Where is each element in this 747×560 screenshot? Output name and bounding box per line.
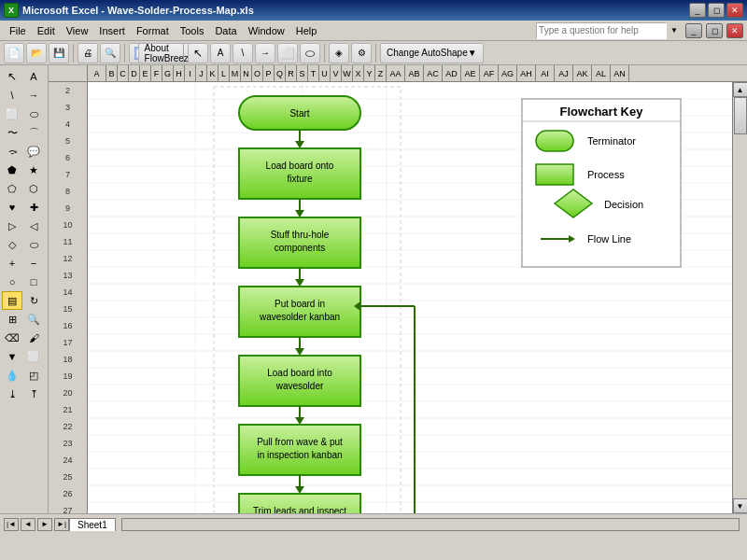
draw-line-tool[interactable]: \ <box>2 86 22 105</box>
draw-eyedrop-tool[interactable]: 💧 <box>2 366 22 385</box>
col-I[interactable]: I <box>185 65 196 81</box>
col-Z[interactable]: Z <box>375 65 387 81</box>
sheet-next-btn[interactable]: ► <box>37 518 52 531</box>
scroll-down-button[interactable]: ▼ <box>733 498 748 513</box>
col-E[interactable]: E <box>140 65 151 81</box>
draw-rotate-tool[interactable]: ↻ <box>23 291 44 310</box>
draw-minus-tool[interactable]: − <box>23 254 44 273</box>
arrow-tool[interactable]: → <box>255 43 275 63</box>
draw-square-tool[interactable]: □ <box>23 273 44 291</box>
cursor-tool[interactable]: ↖ <box>188 43 208 63</box>
draw-plus-tool[interactable]: + <box>2 254 22 273</box>
change-autoshape-arrow[interactable]: ▼ <box>468 48 477 58</box>
sheet-last-btn[interactable]: ►| <box>54 518 69 531</box>
toolbar-extra-1[interactable]: ◈ <box>329 43 349 63</box>
col-P[interactable]: P <box>263 65 275 81</box>
col-F[interactable]: F <box>151 65 162 81</box>
help-arrow-icon[interactable]: ▼ <box>670 26 678 35</box>
draw-text-tool[interactable]: A <box>23 67 44 86</box>
col-AF[interactable]: AF <box>480 65 499 81</box>
col-U[interactable]: U <box>319 65 331 81</box>
draw-connector-tool[interactable]: ⤼ <box>2 142 22 161</box>
open-button[interactable]: 📂 <box>26 43 47 63</box>
menu-restore-button[interactable]: ◻ <box>706 23 723 38</box>
menu-view[interactable]: View <box>61 23 94 38</box>
close-button[interactable]: ✕ <box>726 3 743 18</box>
col-Q[interactable]: Q <box>275 65 286 81</box>
col-AH[interactable]: AH <box>517 65 536 81</box>
toolbar-extra-2[interactable]: ⚙ <box>351 43 372 63</box>
col-B[interactable]: B <box>106 65 118 81</box>
draw-paint-tool[interactable]: 🖌 <box>23 329 44 347</box>
flowbreeze-about[interactable]: About FlowBreeze <box>159 43 179 63</box>
col-D[interactable]: D <box>129 65 140 81</box>
grid-content[interactable]: Start Load board onto fixture Stuff thru… <box>88 82 732 513</box>
col-N[interactable]: N <box>241 65 252 81</box>
sheet-prev-btn[interactable]: ◄ <box>21 518 35 531</box>
window-buttons[interactable]: _ ◻ ✕ <box>689 3 743 18</box>
col-AD[interactable]: AD <box>443 65 461 81</box>
col-M[interactable]: M <box>230 65 241 81</box>
draw-pentagon-tool[interactable]: ⬠ <box>2 179 22 198</box>
draw-polygon-tool[interactable]: ⬟ <box>2 161 22 179</box>
col-Y[interactable]: Y <box>364 65 375 81</box>
draw-rect-tool[interactable]: ⬜ <box>2 105 22 123</box>
draw-up-arrow-tool[interactable]: ⤒ <box>23 385 44 403</box>
draw-line-tool[interactable]: \ <box>233 43 253 63</box>
col-X[interactable]: X <box>353 65 364 81</box>
menu-insert[interactable]: Insert <box>93 23 131 38</box>
right-scrollbar[interactable]: ▲ ▼ <box>732 82 747 513</box>
col-AB[interactable]: AB <box>405 65 424 81</box>
col-H[interactable]: H <box>174 65 185 81</box>
col-S[interactable]: S <box>297 65 308 81</box>
rect-tool[interactable]: ⬜ <box>277 43 298 63</box>
col-AN[interactable]: AN <box>611 65 629 81</box>
col-L[interactable]: L <box>218 65 230 81</box>
scroll-track[interactable] <box>733 97 748 498</box>
text-tool[interactable]: A <box>210 43 231 63</box>
draw-zoom-tool[interactable]: 🔍 <box>23 310 44 329</box>
menu-tools[interactable]: Tools <box>175 23 210 38</box>
col-K[interactable]: K <box>207 65 218 81</box>
about-btn-2[interactable]: Change AutoShape ▼ <box>380 43 484 63</box>
menu-format[interactable]: Format <box>131 23 175 38</box>
col-T[interactable]: T <box>308 65 319 81</box>
draw-fill-tool[interactable]: ▼ <box>2 347 22 366</box>
restore-button[interactable]: ◻ <box>708 3 725 18</box>
menu-data[interactable]: Data <box>209 23 242 38</box>
horizontal-scrollbar[interactable] <box>121 518 740 531</box>
col-AJ[interactable]: AJ <box>555 65 573 81</box>
draw-triangle-tool[interactable]: ▷ <box>2 217 22 235</box>
draw-crop-tool[interactable]: ⊞ <box>2 310 22 329</box>
draw-diamond-tool[interactable]: ◇ <box>2 235 22 254</box>
scroll-thumb[interactable] <box>734 97 747 134</box>
draw-heart-tool[interactable]: ♥ <box>2 198 22 217</box>
menu-edit[interactable]: Edit <box>32 23 61 38</box>
draw-cylinder-tool[interactable]: ⬭ <box>23 235 44 254</box>
col-C[interactable]: C <box>118 65 129 81</box>
menu-min-button[interactable]: _ <box>685 23 702 38</box>
col-G[interactable]: G <box>162 65 174 81</box>
col-AA[interactable]: AA <box>387 65 405 81</box>
draw-rtriangle-tool[interactable]: ◁ <box>23 217 44 235</box>
col-J[interactable]: J <box>196 65 207 81</box>
print-preview-button[interactable]: 🔍 <box>100 43 120 63</box>
col-AC[interactable]: AC <box>424 65 443 81</box>
draw-select-tool[interactable]: ↖ <box>2 67 22 86</box>
draw-freeform-tool[interactable]: 〜 <box>2 123 22 142</box>
menu-file[interactable]: File <box>4 23 32 38</box>
menu-help[interactable]: Help <box>290 23 323 38</box>
col-W[interactable]: W <box>342 65 353 81</box>
draw-eraser-tool[interactable]: ⌫ <box>2 329 22 347</box>
oval-tool[interactable]: ⬭ <box>300 43 320 63</box>
draw-arrow-tool[interactable]: → <box>23 86 44 105</box>
draw-hexagon-tool[interactable]: ⬡ <box>23 179 44 198</box>
sheet-tab-1[interactable]: Sheet1 <box>69 518 116 531</box>
print-button[interactable]: 🖨 <box>78 43 98 63</box>
col-R[interactable]: R <box>286 65 297 81</box>
draw-shadow-tool[interactable]: ◰ <box>23 366 44 385</box>
draw-star-tool[interactable]: ★ <box>23 161 44 179</box>
col-AL[interactable]: AL <box>592 65 611 81</box>
draw-border-tool[interactable]: ⬜ <box>23 347 44 366</box>
save-button[interactable]: 💾 <box>49 43 69 63</box>
